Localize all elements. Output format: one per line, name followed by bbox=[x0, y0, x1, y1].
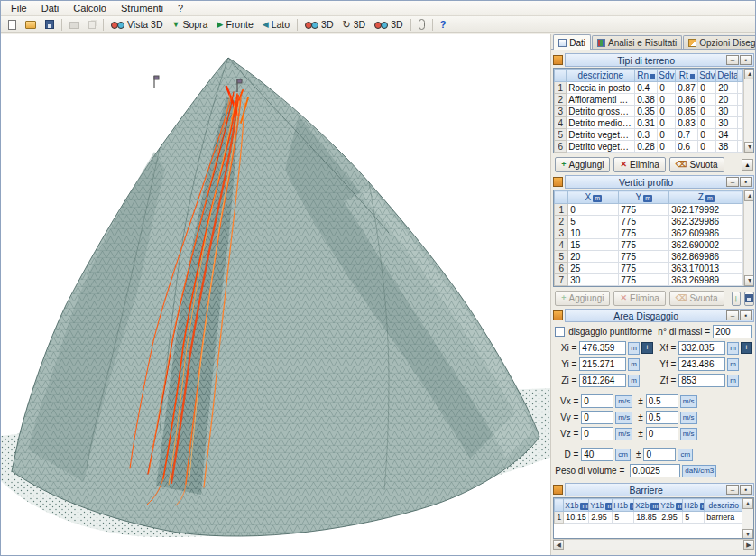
yf-unit: m bbox=[727, 358, 739, 371]
vertici-scrollbar[interactable]: ▲ ▼ bbox=[743, 190, 754, 286]
float-section-button[interactable]: ▪ bbox=[740, 177, 752, 187]
sopra-button[interactable]: ▼Sopra bbox=[168, 17, 213, 32]
scroll-up-icon[interactable]: ▲ bbox=[744, 69, 754, 79]
save-icon bbox=[45, 20, 54, 29]
collapse-up-button[interactable]: ▲ bbox=[742, 159, 753, 171]
vx-dev-unit: m/s bbox=[680, 395, 697, 408]
unit-m-button[interactable]: m bbox=[700, 503, 705, 510]
scroll-up-icon[interactable]: ▲ bbox=[744, 190, 754, 201]
print-button[interactable] bbox=[65, 17, 84, 32]
n-massi-input[interactable] bbox=[713, 325, 752, 338]
save-profile-button[interactable] bbox=[744, 292, 754, 306]
float-section-button[interactable]: ▪ bbox=[740, 55, 752, 65]
menu-bar: File Dati Calcolo Strumenti ? bbox=[1, 1, 755, 16]
scroll-left-icon[interactable]: ◀ bbox=[553, 540, 564, 550]
d-input[interactable] bbox=[581, 448, 613, 461]
table-row: 1 10.15 2.95 5 18.85 2.95 5 barriera bbox=[555, 512, 742, 524]
vz-dev-input[interactable] bbox=[646, 427, 678, 440]
scroll-down-icon[interactable]: ▼ bbox=[744, 275, 754, 286]
new-button[interactable] bbox=[4, 17, 21, 32]
menu-dati[interactable]: Dati bbox=[34, 2, 67, 14]
svuota-vertici-button[interactable]: ⌫Svuota bbox=[669, 291, 724, 306]
pick-xi-button[interactable]: + bbox=[641, 342, 653, 354]
stereo-3d-button[interactable]: 3D bbox=[370, 17, 407, 32]
menu-file[interactable]: File bbox=[4, 2, 34, 14]
scroll-down-icon[interactable]: ▼ bbox=[744, 142, 754, 153]
rotate-3d-button[interactable]: ↻3D bbox=[338, 17, 371, 32]
aggiungi-terreno-button[interactable]: +Aggiungi bbox=[555, 157, 610, 172]
scroll-down-icon[interactable]: ▼ bbox=[742, 529, 753, 539]
copy-button[interactable] bbox=[84, 17, 100, 32]
unit-m-button[interactable]: m bbox=[580, 503, 588, 510]
toolbar: Vista 3D ▼Sopra ▶Fronte ◀Lato 3D ↻3D 3D … bbox=[1, 16, 755, 33]
menu-strumenti[interactable]: Strumenti bbox=[114, 2, 171, 14]
aggiungi-vertice-button[interactable]: +Aggiungi bbox=[555, 291, 610, 306]
vx-dev-input[interactable] bbox=[646, 394, 678, 408]
float-section-button[interactable]: ▪ bbox=[740, 310, 752, 320]
d-dev-input[interactable] bbox=[643, 448, 676, 461]
float-section-button[interactable]: ▪ bbox=[740, 485, 752, 495]
yi-input[interactable] bbox=[579, 357, 626, 371]
unit-m-button[interactable]: m bbox=[593, 195, 602, 202]
unit-m-button[interactable]: m bbox=[643, 195, 652, 202]
d-unit: cm bbox=[615, 449, 631, 461]
unit-m-button[interactable]: m bbox=[676, 503, 682, 510]
col-y2b: Y2bm bbox=[659, 499, 683, 512]
scroll-right-icon[interactable]: ▶ bbox=[743, 540, 754, 550]
disgaggio-puntiforme-checkbox[interactable] bbox=[555, 327, 565, 337]
table-row: 5Detrito vegetato ad a0.300.7034 bbox=[555, 129, 743, 141]
unit-m-button[interactable]: m bbox=[650, 503, 659, 510]
svuota-terreno-button[interactable]: ⌫Svuota bbox=[669, 157, 724, 172]
minimize-section-button[interactable]: – bbox=[726, 177, 739, 187]
viewport-3d[interactable] bbox=[1, 34, 551, 555]
yf-input[interactable] bbox=[678, 357, 725, 371]
minimize-section-button[interactable]: – bbox=[726, 310, 739, 320]
tab-dati[interactable]: Dati bbox=[553, 34, 591, 50]
tab-opzioni-disegno[interactable]: Opzioni Disegno bbox=[683, 35, 755, 49]
help-button[interactable]: ? bbox=[436, 17, 451, 32]
unit-m-button[interactable]: m bbox=[605, 503, 612, 510]
fronte-button[interactable]: ▶Fronte bbox=[212, 17, 257, 32]
chart-icon bbox=[597, 39, 605, 47]
terreno-scrollbar[interactable]: ▲ ▼ bbox=[743, 69, 754, 153]
lato-button[interactable]: ◀Lato bbox=[258, 17, 294, 32]
zi-label: Zi = bbox=[555, 375, 576, 385]
elimina-vertice-button[interactable]: ✕Elimina bbox=[613, 291, 665, 306]
load-profile-button[interactable]: ↓ bbox=[732, 292, 741, 306]
table-row: 6Detrito vegetato a bo0.2800.6038 bbox=[555, 141, 743, 153]
xf-input[interactable] bbox=[678, 341, 725, 355]
x-icon: ✕ bbox=[620, 161, 627, 169]
vy-input[interactable] bbox=[581, 411, 613, 424]
vz-input[interactable] bbox=[581, 427, 613, 440]
zf-unit: m bbox=[727, 375, 739, 387]
zi-input[interactable] bbox=[579, 374, 626, 387]
open-button[interactable] bbox=[21, 17, 41, 32]
barriere-hscrollbar[interactable]: ◀ ▶ bbox=[553, 539, 754, 550]
minimize-section-button[interactable]: – bbox=[726, 485, 739, 495]
unit-m-button[interactable]: m bbox=[630, 503, 634, 510]
anaglyph-3d-button[interactable]: 3D bbox=[300, 17, 337, 32]
elimina-terreno-button[interactable]: ✕Elimina bbox=[613, 157, 665, 172]
col-rn: Rn bbox=[635, 70, 658, 82]
menu-help[interactable]: ? bbox=[171, 2, 190, 14]
pick-xf-button[interactable]: + bbox=[741, 342, 752, 354]
unit-button[interactable] bbox=[690, 74, 695, 79]
unit-button[interactable] bbox=[650, 74, 655, 79]
open-folder-icon bbox=[25, 21, 36, 29]
tab-analisi-risultati[interactable]: Analisi e Risultati bbox=[592, 35, 682, 49]
barriere-scrollbar[interactable]: ▲ ▼ bbox=[742, 498, 753, 539]
vz-label: Vz = bbox=[555, 429, 578, 439]
attach-button[interactable] bbox=[414, 17, 429, 32]
save-button[interactable] bbox=[41, 17, 59, 32]
col-h1b: H1bm bbox=[613, 499, 634, 512]
vista-3d-button[interactable]: Vista 3D bbox=[106, 17, 168, 32]
scroll-up-icon[interactable]: ▲ bbox=[742, 498, 753, 509]
peso-volume-input[interactable] bbox=[630, 464, 680, 477]
menu-calcolo[interactable]: Calcolo bbox=[66, 2, 114, 14]
vx-input[interactable] bbox=[581, 394, 613, 408]
unit-m-button[interactable]: m bbox=[705, 195, 715, 202]
zf-input[interactable] bbox=[678, 374, 725, 387]
xi-input[interactable] bbox=[579, 341, 626, 355]
minimize-section-button[interactable]: – bbox=[726, 55, 739, 65]
vy-dev-input[interactable] bbox=[646, 411, 678, 424]
